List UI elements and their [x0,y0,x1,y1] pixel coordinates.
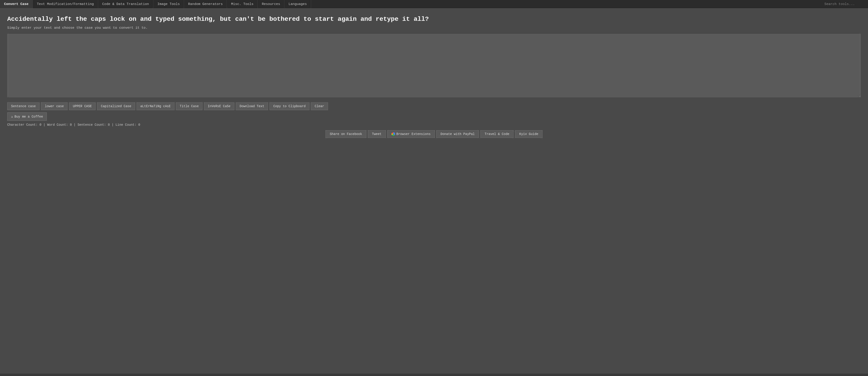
lower-case-button[interactable]: lower case [41,102,68,110]
navigation: Convert Case Text Modification/Formattin… [0,0,868,9]
nav-item-resources[interactable]: Resources [258,0,284,8]
search-input[interactable] [825,2,865,6]
inverse-case-button[interactable]: InVeRsE CaSe [204,102,235,110]
buy-coffee-button[interactable]: ☕ Buy me a Coffee [7,113,47,121]
main-textarea[interactable] [7,34,861,97]
sentence-count-value: 0 [108,123,110,127]
coffee-button-label: Buy me a Coffee [14,115,43,119]
upper-case-button[interactable]: UPPER CASE [69,102,96,110]
title-case-button[interactable]: Title Case [176,102,203,110]
stats-separator-3: | [112,123,116,127]
character-count-label: Character Count: [7,123,37,127]
page-title: Accidentally left the caps lock on and t… [7,15,861,23]
share-facebook-button[interactable]: Share on Facebook [326,130,366,138]
nav-item-image-tools[interactable]: Image Tools [153,0,184,8]
download-text-button[interactable]: Download Text [236,102,268,110]
browser-extensions-label: Browser Extensions [397,132,431,136]
word-count-value: 0 [70,123,72,127]
nav-item-code-data[interactable]: Code & Data Translation [98,0,153,8]
stats-separator-1: | [43,123,47,127]
capitalized-case-button[interactable]: Capitalized Case [97,102,135,110]
nav-item-misc-tools[interactable]: Misc. Tools [227,0,258,8]
case-buttons-row: Sentence case lower case UPPER CASE Capi… [7,102,861,110]
alternating-case-button[interactable]: aLtErNaTiNg cAsE [136,102,175,110]
nav-item-convert-case[interactable]: Convert Case [0,0,33,8]
copy-clipboard-button[interactable]: Copy to Clipboard [270,102,309,110]
nav-search-container [822,0,868,8]
share-buttons-row: Share on Facebook Tweet Browser Extensio… [7,130,861,138]
tweet-button[interactable]: Tweet [368,130,386,138]
textarea-wrapper [7,34,861,98]
coffee-icon: ☕ [11,115,13,119]
nav-item-text-modification[interactable]: Text Modification/Formatting [33,0,98,8]
main-content: Accidentally left the caps lock on and t… [0,9,868,374]
line-count-label: Line Count: [116,123,136,127]
stats-row: Character Count: 0 | Word Count: 0 | Sen… [7,123,861,127]
stats-separator-2: | [74,123,78,127]
donate-paypal-button[interactable]: Donate with PayPal [436,130,479,138]
nav-item-languages[interactable]: Languages [284,0,311,8]
page-subtitle: Simply enter your text and choose the ca… [7,26,861,30]
browser-extensions-button[interactable]: Browser Extensions [387,130,435,138]
kyiv-guide-button[interactable]: Kyiv Guide [515,130,542,138]
coffee-button-row: ☕ Buy me a Coffee [7,113,861,121]
chrome-icon [392,132,395,136]
word-count-label: Word Count: [47,123,68,127]
character-count-value: 0 [39,123,41,127]
line-count-value: 0 [138,123,140,127]
travel-code-button[interactable]: Travel & Code [480,130,514,138]
sentence-case-button[interactable]: Sentence case [7,102,39,110]
sentence-count-label: Sentence Count: [78,123,106,127]
clear-button[interactable]: Clear [311,102,328,110]
nav-item-random-generators[interactable]: Random Generators [184,0,227,8]
